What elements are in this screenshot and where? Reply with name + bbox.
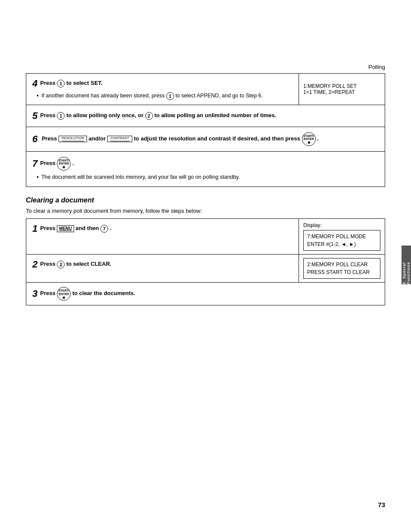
key-2-circle-5: 2: [145, 112, 153, 120]
lower-steps-table: 1 Press MENU and then 7 . Display: 7:MEM…: [26, 218, 385, 305]
step-c3-left: 3 Press START/ENTER◉ to clear the docume…: [26, 283, 385, 305]
start-enter-key-c3: START/ENTER◉: [57, 287, 71, 301]
key-1-circle-5: 1: [57, 112, 65, 120]
step-c2-left: 2 Press 2 to select CLEAR.: [26, 255, 299, 282]
step-5-number: 5: [32, 110, 37, 121]
step-4-body: • If another document has already been s…: [32, 92, 293, 100]
step-row-5: 5 Press 1 to allow polling only once, or…: [26, 105, 385, 127]
step-row-c2: 2 Press 2 to select CLEAR. 2:MEMORY POLL…: [26, 255, 385, 283]
menu-key: MENU: [57, 225, 74, 232]
upper-steps-table: 4 Press 1 to select SET. • If another do…: [26, 73, 385, 187]
step-4-left: 4 Press 1 to select SET. • If another do…: [26, 74, 299, 105]
step-c2-display: 2:MEMORY POLL CLEAR PRESS START TO CLEAR: [299, 255, 385, 282]
step-row-4: 4 Press 1 to select SET. • If another do…: [26, 74, 385, 105]
step-5-left: 5 Press 1 to allow polling only once, or…: [26, 105, 385, 127]
step-6-left: 6 Press RESOLUTION and/or CONTRAST to ad…: [26, 127, 385, 151]
step-7-number: 7: [32, 158, 37, 169]
step-7-body: • The document will be scanned into memo…: [32, 173, 379, 182]
contrast-key: CONTRAST: [107, 136, 132, 142]
step-7-left: 7 Press START/ENTER◉ . • The document wi…: [26, 152, 385, 187]
step-6-number: 6: [32, 134, 37, 145]
side-tab: 5. Special Functions: [402, 246, 411, 284]
step-c3-number: 3: [32, 288, 37, 299]
step-row-c1: 1 Press MENU and then 7 . Display: 7:MEM…: [26, 219, 385, 255]
step-4-bullet: • If another document has already been s…: [37, 92, 293, 100]
step-c1-number: 1: [32, 223, 37, 234]
page-number: 73: [378, 501, 385, 508]
start-enter-key-6: START/ENTER◉: [302, 132, 316, 146]
side-tab-text: 5. Special Functions: [402, 246, 411, 284]
clearing-section-intro: To clear a memory poll document from mem…: [26, 208, 385, 214]
step-5-text: Press 1 to allow polling only once, or 2…: [40, 112, 276, 120]
clearing-section-title: Clearing a document: [26, 196, 385, 204]
step-4-display: 1:MEMORY POLL SET 1=1 TIME, 2=REPEAT: [299, 74, 385, 105]
key-1-circle-b: 1: [166, 92, 174, 100]
resolution-key: RESOLUTION: [59, 136, 87, 142]
header-title: Polling: [368, 64, 385, 70]
step-4-text: Press 1 to select SET.: [40, 80, 102, 87]
step-row-c3: 3 Press START/ENTER◉ to clear the docume…: [26, 283, 385, 305]
step-c2-number: 2: [32, 259, 37, 270]
step-4-number: 4: [32, 78, 37, 89]
step-row-6: 6 Press RESOLUTION and/or CONTRAST to ad…: [26, 127, 385, 152]
step-7-bullet: • The document will be scanned into memo…: [37, 173, 379, 182]
main-content: 4 Press 1 to select SET. • If another do…: [26, 73, 385, 489]
key-7-circle: 7: [100, 225, 108, 233]
step-c1-display: Display: 7:MEMORY POLL MODE ENTER #(1-2,…: [299, 219, 385, 254]
key-1-circle: 1: [57, 80, 65, 87]
step-c1-left: 1 Press MENU and then 7 .: [26, 219, 299, 254]
step-row-7: 7 Press START/ENTER◉ . • The document wi…: [26, 152, 385, 187]
page-header: Polling: [368, 64, 385, 70]
start-enter-key-7: START/ENTER◉: [57, 157, 71, 171]
key-2-circle: 2: [57, 261, 65, 268]
